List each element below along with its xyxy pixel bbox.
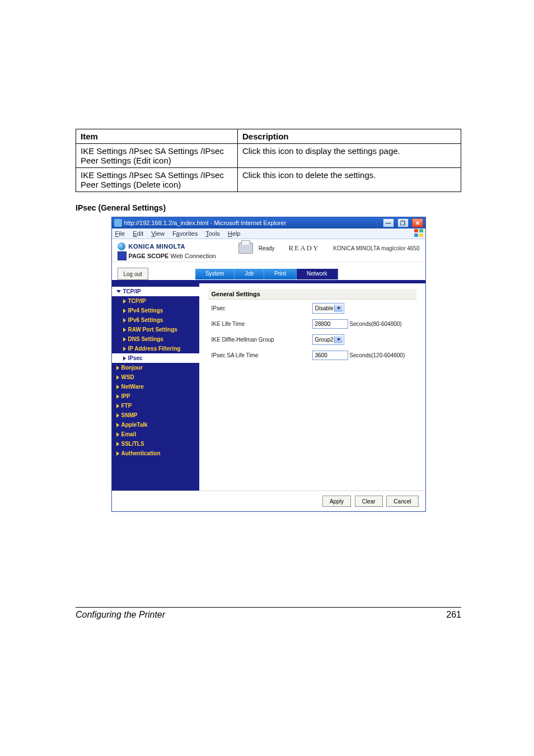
tabs: System Job Print Network: [195, 269, 338, 279]
content-pane: General Settings IPsec Disable IKE Life …: [199, 283, 425, 491]
sidebar-cat-wsd[interactable]: WSD: [112, 372, 199, 382]
tab-system[interactable]: System: [195, 269, 235, 279]
brand-logo-icon: [118, 242, 125, 250]
menu-help[interactable]: Help: [228, 230, 241, 237]
sidebar-cat-ssltls[interactable]: SSL/TLS: [112, 439, 199, 449]
page-footer: Configuring the Printer 261: [76, 607, 461, 620]
menu-view[interactable]: View: [151, 230, 165, 237]
label-ike-life: IKE Life Time: [212, 321, 307, 327]
general-settings-form: IPsec Disable IKE Life Time 28800 Second…: [208, 300, 416, 360]
menu-tools[interactable]: Tools: [205, 230, 220, 237]
brand-name: KONICA MINOLTA: [129, 243, 186, 250]
cell-desc: Click this icon to display the settings …: [237, 144, 461, 168]
tab-job[interactable]: Job: [235, 269, 264, 279]
cell-item: IKE Settings /IPsec SA Settings /IPsec P…: [76, 144, 238, 168]
ie-icon: [114, 219, 122, 227]
label-ike-dh: IKE Diffie-Hellman Group: [212, 337, 307, 343]
sidebar-cat-ftp[interactable]: FTP: [112, 401, 199, 410]
table-row: IKE Settings /IPsec SA Settings /IPsec P…: [76, 144, 461, 168]
sidebar-item-tcpip[interactable]: TCP/IP: [112, 296, 199, 306]
sidebar-cat-email[interactable]: Email: [112, 430, 199, 439]
label-sa-life: IPsec SA Life Time: [212, 352, 307, 358]
th-item: Item: [76, 129, 238, 144]
cell-item: IKE Settings /IPsec SA Settings /IPsec P…: [76, 168, 238, 192]
sidebar-item-ipsec[interactable]: IPsec: [112, 353, 199, 363]
button-row: Apply Clear Cancel: [112, 491, 425, 511]
sidebar-cat-appletalk[interactable]: AppleTalk: [112, 420, 199, 430]
pagescope-icon: [118, 251, 127, 260]
sidebar-cat-bonjour[interactable]: Bonjour: [112, 363, 199, 372]
window-titlebar: http://192.168.1.2/a_index.html - Micros…: [112, 217, 425, 228]
sidebar-item-ipv6[interactable]: IPv6 Settings: [112, 315, 199, 325]
tab-print[interactable]: Print: [264, 269, 297, 279]
app-header: KONICA MINOLTA PAGE SCOPE Web Connection…: [112, 239, 425, 262]
cell-desc: Click this icon to delete the settings.: [237, 168, 461, 192]
maximize-button[interactable]: ❐: [397, 218, 409, 227]
clear-button[interactable]: Clear: [355, 496, 383, 507]
menu-edit[interactable]: Edit: [133, 230, 143, 237]
sidebar-cat-auth[interactable]: Authentication: [112, 449, 199, 458]
pagescope-label: PAGE SCOPE Web Connection: [129, 253, 216, 259]
windows-logo-icon: [414, 229, 423, 237]
model-name: KONICA MINOLTA magicolor 4650: [333, 245, 419, 251]
sidebar-item-dns[interactable]: DNS Settings: [112, 334, 199, 344]
ready-status-small: Ready: [259, 245, 275, 251]
tabs-row: Log out System Job Print Network: [112, 262, 425, 280]
table-row: IKE Settings /IPsec SA Settings /IPsec P…: [76, 168, 461, 192]
tab-network[interactable]: Network: [297, 269, 338, 279]
apply-button[interactable]: Apply: [322, 496, 351, 507]
menu-file[interactable]: File: [115, 230, 125, 237]
logout-button[interactable]: Log out: [118, 268, 148, 280]
menubar: File Edit View Favorites Tools Help: [112, 228, 425, 239]
sidebar-cat-tcpip[interactable]: TCP/IP: [112, 287, 199, 296]
page-number: 261: [446, 610, 461, 620]
label-ipsec: IPsec: [212, 305, 307, 311]
close-button[interactable]: ✕: [412, 218, 423, 227]
sa-life-input[interactable]: 3600: [312, 351, 348, 360]
ike-life-hint: Seconds(80-604800): [349, 321, 401, 327]
sa-life-hint: Seconds(120-604800): [349, 352, 405, 358]
cancel-button[interactable]: Cancel: [386, 496, 418, 507]
dh-group-select[interactable]: Group2: [312, 334, 344, 345]
sidebar-cat-netware[interactable]: NetWare: [112, 382, 199, 391]
printer-icon: [238, 242, 253, 254]
section-heading: IPsec (General Settings): [76, 203, 461, 212]
description-table: Item Description IKE Settings /IPsec SA …: [76, 129, 461, 192]
sidebar-item-ipv4[interactable]: IPv4 Settings: [112, 306, 199, 315]
window-title: http://192.168.1.2/a_index.html - Micros…: [124, 220, 380, 226]
minimize-button[interactable]: —: [383, 218, 394, 227]
th-desc: Description: [237, 129, 461, 144]
ready-status-big: READY: [280, 244, 328, 253]
sidebar-cat-snmp[interactable]: SNMP: [112, 410, 199, 420]
sidebar-cat-ipp[interactable]: IPP: [112, 391, 199, 401]
ike-life-input[interactable]: 28800: [312, 319, 348, 329]
footer-title: Configuring the Printer: [76, 610, 165, 620]
content-heading: General Settings: [208, 289, 416, 300]
sidebar-item-rawport[interactable]: RAW Port Settings: [112, 325, 199, 334]
sidebar: TCP/IP TCP/IP IPv4 Settings IPv6 Setting…: [112, 283, 199, 491]
sidebar-item-ipfilter[interactable]: IP Address Filtering: [112, 344, 199, 353]
app-body: TCP/IP TCP/IP IPv4 Settings IPv6 Setting…: [112, 283, 425, 491]
browser-window: http://192.168.1.2/a_index.html - Micros…: [111, 217, 426, 512]
ipsec-select[interactable]: Disable: [312, 303, 344, 314]
menu-favorites[interactable]: Favorites: [172, 230, 198, 237]
